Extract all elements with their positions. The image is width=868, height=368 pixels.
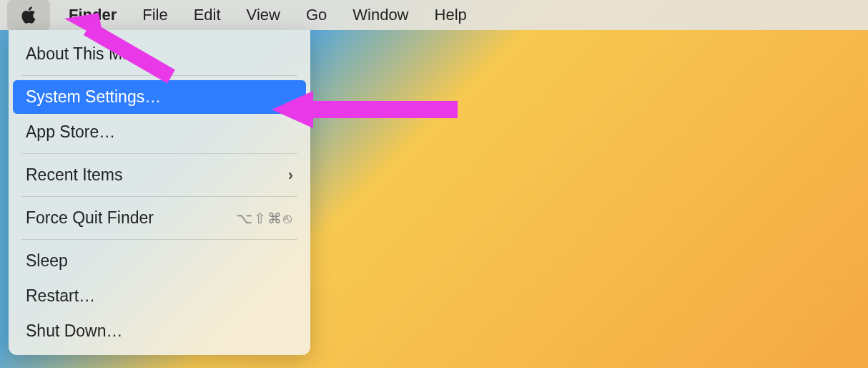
menu-separator (21, 75, 297, 76)
menu-separator (21, 153, 297, 154)
menu-item-shut-down[interactable]: Shut Down… (13, 314, 306, 348)
menu-item-sleep[interactable]: Sleep (13, 244, 306, 278)
chevron-right-icon: › (288, 166, 293, 185)
menubar-item-help[interactable]: Help (422, 0, 480, 30)
menubar-item-edit[interactable]: Edit (181, 0, 234, 30)
menubar-item-finder[interactable]: Finder (56, 0, 129, 30)
apple-menu-button[interactable] (7, 0, 50, 30)
menu-item-app-store[interactable]: App Store… (13, 115, 306, 149)
menu-item-recent-items[interactable]: Recent Items › (13, 158, 306, 192)
menu-item-label: Shut Down… (26, 321, 123, 341)
menu-item-label: Recent Items (26, 165, 123, 185)
menu-item-label: About This Mac (26, 44, 139, 64)
menu-separator (21, 239, 297, 240)
menu-item-force-quit[interactable]: Force Quit Finder ⌥⇧⌘⎋ (13, 201, 306, 235)
menu-item-restart[interactable]: Restart… (13, 279, 306, 313)
menu-item-label: Restart… (26, 286, 95, 306)
menubar-item-go[interactable]: Go (293, 0, 340, 30)
menu-item-label: Force Quit Finder (26, 208, 154, 228)
menubar-item-file[interactable]: File (129, 0, 180, 30)
apple-logo-icon (19, 5, 39, 25)
menubar-item-view[interactable]: View (234, 0, 293, 30)
apple-dropdown-menu: About This Mac System Settings… App Stor… (9, 30, 310, 355)
menubar: Finder File Edit View Go Window Help (0, 0, 868, 30)
menu-item-label: Sleep (26, 251, 68, 271)
menu-shortcut: ⌥⇧⌘⎋ (236, 210, 293, 227)
menu-separator (21, 196, 297, 197)
menu-item-label: System Settings… (26, 87, 161, 107)
svg-rect-3 (307, 101, 458, 118)
menubar-item-window[interactable]: Window (340, 0, 421, 30)
menu-item-about-this-mac[interactable]: About This Mac (13, 37, 306, 71)
menu-item-label: App Store… (26, 122, 115, 142)
menu-item-system-settings[interactable]: System Settings… (13, 80, 306, 114)
